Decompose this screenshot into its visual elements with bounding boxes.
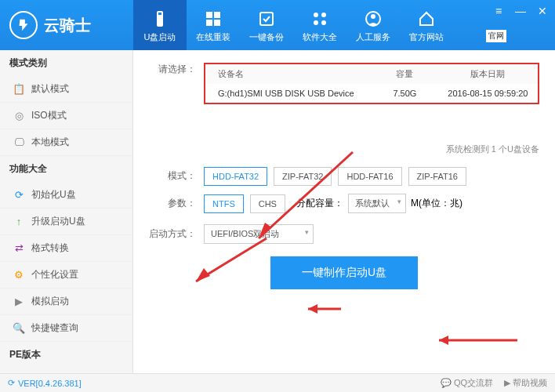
sidebar-item-icon: ↑ (13, 216, 25, 228)
main-panel: 请选择： 设备名 容量 版本日期 G:(hd1)SMI USB DISK USB… (133, 50, 555, 373)
sidebar-item[interactable]: 📋默认模式 (0, 76, 132, 103)
svg-point-7 (314, 13, 318, 17)
minimize-button[interactable]: — (514, 5, 527, 17)
alloc-label: 分配容量： (296, 197, 343, 210)
tab-label: 官方网站 (409, 31, 444, 43)
sidebar-item[interactable]: ⟳初始化U盘 (0, 182, 132, 209)
apps-icon (309, 8, 331, 30)
sidebar-item[interactable]: ★专家版(标准) (0, 368, 132, 373)
table-row[interactable]: G:(hd1)SMI USB DISK USB Device 7.50G 201… (205, 84, 538, 103)
sidebar-group-header: 功能大全 (0, 156, 132, 182)
sidebar-item[interactable]: ↑升级启动U盘 (0, 209, 132, 235)
param-option[interactable]: NTFS (204, 194, 244, 213)
chat-icon: 💬 (441, 378, 452, 388)
sidebar-item-icon: ▶ (13, 296, 25, 308)
svg-rect-5 (214, 20, 220, 26)
sidebar-item-label: 升级启动U盘 (31, 215, 85, 228)
mode-option[interactable]: ZIP-FAT32 (274, 167, 332, 186)
sidebar-item-label: ISO模式 (31, 109, 67, 122)
sidebar-item-icon: 🖵 (13, 136, 25, 149)
sidebar-item-icon: ◎ (13, 110, 25, 122)
svg-point-8 (321, 13, 326, 17)
sidebar-item[interactable]: 🔍快捷键查询 (0, 315, 132, 342)
version-label: VER[0.4.26.381] (18, 379, 82, 388)
home-icon (415, 8, 437, 30)
cell-capacity: 7.50G (372, 89, 438, 98)
svg-marker-18 (308, 304, 317, 314)
svg-marker-16 (196, 268, 210, 281)
svg-point-12 (371, 14, 375, 19)
tab-label: 一键备份 (249, 31, 284, 43)
svg-rect-2 (206, 12, 212, 18)
official-badge: 官网 (486, 30, 506, 42)
th-date: 版本日期 (438, 68, 538, 80)
tab-support[interactable]: 人工服务 (346, 0, 400, 50)
create-usb-button[interactable]: 一键制作启动U盘 (270, 256, 418, 289)
help-video-link[interactable]: ▶帮助视频 (504, 377, 547, 389)
param-label: 参数： (149, 197, 196, 210)
sidebar-item[interactable]: ⚙个性化设置 (0, 262, 132, 289)
status-bar: ⟳ VER[0.4.26.381] 💬QQ交流群 ▶帮助视频 (0, 373, 555, 392)
mode-option[interactable]: HDD-FAT16 (338, 167, 401, 186)
logo-icon (9, 11, 38, 39)
tab-home[interactable]: 官方网站 (400, 0, 453, 50)
cell-date: 2016-08-15 09:59:20 (438, 89, 538, 98)
title-bar: 云骑士 U盘启动在线重装一键备份软件大全人工服务官方网站 官网 ≡ — ✕ (0, 0, 555, 50)
tab-label: 人工服务 (356, 31, 390, 43)
usb-icon (149, 8, 171, 30)
sidebar-item-label: 个性化设置 (31, 268, 78, 281)
th-capacity: 容量 (372, 68, 438, 80)
sidebar-item[interactable]: ◎ISO模式 (0, 103, 132, 129)
video-icon: ▶ (504, 378, 510, 388)
cell-device: G:(hd1)SMI USB DISK USB Device (205, 89, 372, 98)
boot-label: 启动方式： (149, 227, 196, 241)
mode-option[interactable]: ZIP-FAT16 (408, 167, 466, 186)
menu-icon[interactable]: ≡ (492, 5, 505, 17)
sidebar-item-label: 初始化U盘 (31, 188, 76, 201)
svg-point-10 (321, 20, 326, 25)
sidebar-item-icon: ⇄ (13, 242, 25, 255)
sidebar-item-label: 本地模式 (31, 136, 69, 149)
svg-rect-4 (206, 20, 212, 26)
tab-label: 在线重装 (196, 31, 230, 43)
sidebar-item-label: 快捷键查询 (31, 321, 78, 335)
tab-label: U盘启动 (144, 31, 176, 43)
sidebar-item-label: 格式转换 (31, 241, 69, 255)
tab-label: 软件大全 (303, 31, 337, 43)
svg-line-15 (196, 238, 267, 281)
windows-icon (202, 8, 224, 30)
sidebar-item-icon: ⟳ (13, 189, 25, 201)
sidebar-item[interactable]: ⇄格式转换 (0, 235, 132, 262)
sidebar-group-header: 模式类别 (0, 50, 132, 76)
alloc-select[interactable]: 系统默认 (348, 194, 406, 213)
close-button[interactable]: ✕ (536, 5, 549, 17)
param-option[interactable]: CHS (250, 194, 285, 213)
sidebar-item[interactable]: ▶模拟启动 (0, 289, 132, 315)
device-table: 设备名 容量 版本日期 G:(hd1)SMI USB DISK USB Devi… (204, 63, 539, 104)
svg-rect-3 (214, 12, 220, 18)
sidebar-item-label: 默认模式 (31, 82, 69, 96)
refresh-icon[interactable]: ⟳ (8, 378, 15, 388)
sidebar: 模式类别📋默认模式◎ISO模式🖵本地模式功能大全⟳初始化U盘↑升级启动U盘⇄格式… (0, 50, 133, 373)
logo-area: 云骑士 (0, 11, 133, 39)
boot-mode-select[interactable]: UEFI/BIOS双启动 (204, 224, 314, 244)
mode-option[interactable]: HDD-FAT32 (204, 167, 267, 186)
app-name: 云骑士 (44, 15, 91, 36)
tab-backup[interactable]: 一键备份 (240, 0, 293, 50)
sidebar-item-label: 模拟启动 (31, 295, 69, 308)
svg-rect-6 (260, 13, 273, 25)
sidebar-group-header: PE版本 (0, 342, 132, 368)
backup-icon (256, 8, 278, 30)
qq-group-link[interactable]: 💬QQ交流群 (441, 377, 493, 389)
tab-usb[interactable]: U盘启动 (133, 0, 187, 50)
sidebar-item-icon: ⚙ (13, 269, 25, 281)
sidebar-item[interactable]: 🖵本地模式 (0, 129, 132, 156)
tab-windows[interactable]: 在线重装 (187, 0, 240, 50)
detect-status: 系统检测到 1 个U盘设备 (149, 143, 539, 155)
sidebar-item-icon: 🔍 (13, 322, 25, 335)
support-icon (362, 8, 384, 30)
th-device: 设备名 (205, 68, 372, 80)
tab-apps[interactable]: 软件大全 (293, 0, 346, 50)
select-label: 请选择： (149, 63, 196, 76)
svg-point-9 (314, 20, 318, 25)
